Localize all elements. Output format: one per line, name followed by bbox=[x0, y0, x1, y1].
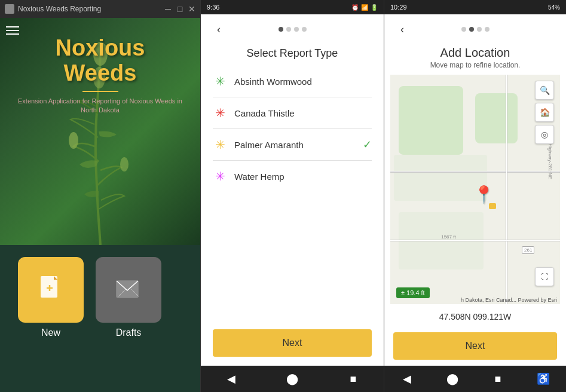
mobile-statusbar: 9:36 ⏰ 📶 🔋 bbox=[201, 0, 384, 14]
location-subtitle: Move map to refine location. bbox=[396, 61, 554, 69]
window-controls: ─ □ ✕ bbox=[164, 5, 195, 13]
map-area-2 bbox=[475, 93, 518, 143]
hamburger-menu[interactable] bbox=[6, 24, 19, 37]
zoom-in-button[interactable]: 🔍 bbox=[535, 81, 554, 100]
loc-dot-4 bbox=[485, 27, 489, 32]
android-recent-button[interactable]: ■ bbox=[341, 367, 365, 391]
location-statusbar-time: 10:29 bbox=[390, 4, 407, 11]
report-type-panel: 9:36 ⏰ 📶 🔋 ‹ Select Report Type ✳ Absint… bbox=[200, 0, 384, 392]
statusbar-time: 9:36 bbox=[207, 4, 219, 11]
alarm-icon: ⏰ bbox=[351, 4, 359, 11]
hero-title-line2: Weeds bbox=[0, 61, 200, 86]
page-dots bbox=[279, 27, 307, 32]
hero-title-line1: Noxious bbox=[0, 36, 200, 61]
hero-image: Noxious Weeds Extension Application for … bbox=[0, 18, 200, 245]
drafts-icon bbox=[114, 275, 143, 305]
location-android-accessibility[interactable]: ♿ bbox=[531, 367, 555, 391]
map-location-pin: 📍 bbox=[473, 185, 494, 204]
map-background: Highway-281·NE 261 1567 ft 📍 ± 19.4 ft h… bbox=[390, 75, 560, 304]
location-statusbar: 10:29 54% bbox=[384, 0, 566, 14]
loc-dot-1 bbox=[461, 27, 466, 32]
absinth-name: Absinth Wormwood bbox=[234, 76, 372, 87]
back-button[interactable]: ‹ bbox=[210, 20, 228, 38]
window-title: Noxious Weeds Reporting bbox=[18, 5, 164, 13]
report-next-button[interactable]: Next bbox=[213, 329, 372, 357]
android-back-button[interactable]: ◀ bbox=[219, 367, 243, 391]
app-actions: New Drafts bbox=[0, 245, 200, 350]
svg-point-3 bbox=[120, 157, 129, 172]
wifi-icon: 📶 bbox=[361, 4, 368, 11]
drafts-button[interactable]: Drafts bbox=[96, 257, 161, 338]
expand-map-button[interactable]: ⛶ bbox=[535, 267, 554, 286]
new-document-icon bbox=[38, 275, 65, 305]
home-button[interactable]: 🏠 bbox=[535, 103, 554, 122]
map-container[interactable]: Highway-281·NE 261 1567 ft 📍 ± 19.4 ft h… bbox=[390, 75, 560, 304]
app-content: Noxious Weeds Extension Application for … bbox=[0, 18, 200, 392]
new-label: New bbox=[41, 327, 60, 338]
window-titlebar: Noxious Weeds Reporting ─ □ ✕ bbox=[0, 0, 200, 18]
battery-icon: 🔋 bbox=[371, 4, 378, 11]
distance-label: 1567 ft bbox=[441, 234, 455, 240]
dot-3 bbox=[294, 27, 299, 32]
maximize-button[interactable]: □ bbox=[176, 5, 183, 13]
close-button[interactable]: ✕ bbox=[188, 5, 195, 13]
map-road-vertical bbox=[506, 75, 507, 304]
hero-divider bbox=[82, 91, 118, 92]
map-area-1 bbox=[399, 86, 463, 155]
report-item-absinth[interactable]: ✳ Absinth Wormwood bbox=[213, 66, 372, 97]
location-footer: Next bbox=[384, 326, 566, 366]
new-button[interactable]: New bbox=[18, 257, 84, 338]
location-android-home[interactable]: ⬤ bbox=[440, 367, 464, 391]
desktop-app-panel: Noxious Weeds Reporting ─ □ ✕ Noxious We… bbox=[0, 0, 200, 392]
palmer-name: Palmer Amaranth bbox=[234, 140, 356, 150]
report-item-waterhemp[interactable]: ✳ Water Hemp bbox=[213, 161, 372, 192]
new-icon-box bbox=[18, 257, 84, 323]
location-back-button[interactable]: ‹ bbox=[393, 20, 411, 38]
canada-name: Canada Thistle bbox=[234, 108, 372, 118]
map-yellow-marker bbox=[489, 203, 496, 209]
dot-2 bbox=[286, 27, 291, 32]
waterhemp-name: Water Hemp bbox=[234, 172, 372, 182]
loc-dot-2 bbox=[469, 27, 474, 32]
location-title: Add Location bbox=[396, 46, 554, 60]
report-item-palmer[interactable]: ✳ Palmer Amaranth ✓ bbox=[213, 129, 372, 161]
drafts-label: Drafts bbox=[116, 327, 142, 338]
report-panel-footer: Next bbox=[201, 320, 384, 366]
android-navbar: ◀ ⬤ ■ bbox=[201, 366, 384, 392]
statusbar-icons: ⏰ 📶 🔋 bbox=[351, 4, 378, 11]
location-nav: ‹ bbox=[384, 14, 566, 41]
accuracy-badge: ± 19.4 ft bbox=[396, 287, 430, 298]
location-next-button[interactable]: Next bbox=[393, 332, 557, 360]
svg-point-2 bbox=[69, 132, 78, 149]
map-road-horizontal bbox=[390, 171, 560, 173]
drafts-icon-box bbox=[96, 257, 161, 323]
hero-text: Noxious Weeds Extension Application for … bbox=[0, 36, 200, 115]
absinth-icon: ✳ bbox=[213, 74, 227, 88]
mobile-nav: ‹ bbox=[201, 14, 384, 41]
canada-icon: ✳ bbox=[213, 106, 227, 120]
check-icon: ✓ bbox=[363, 138, 372, 151]
location-page-dots bbox=[461, 27, 489, 32]
loc-dot-3 bbox=[477, 27, 482, 32]
location-button[interactable]: ◎ bbox=[535, 125, 554, 144]
location-android-back[interactable]: ◀ bbox=[395, 367, 419, 391]
palmer-icon: ✳ bbox=[213, 137, 227, 152]
location-header: Add Location Move map to refine location… bbox=[384, 41, 566, 72]
road-number-badge: 261 bbox=[522, 246, 534, 254]
report-item-canada[interactable]: ✳ Canada Thistle bbox=[213, 97, 372, 129]
highway-label: Highway-281·NE bbox=[547, 143, 553, 179]
report-type-title: Select Report Type bbox=[201, 41, 384, 66]
coordinates-display: 47.508N 099.121W bbox=[384, 307, 566, 326]
location-android-navbar: ◀ ⬤ ■ ♿ bbox=[384, 366, 566, 392]
location-battery-pct: 54% bbox=[548, 4, 560, 11]
minimize-button[interactable]: ─ bbox=[164, 5, 172, 13]
location-panel: 10:29 54% ‹ Add Location Move map to ref… bbox=[384, 0, 566, 392]
location-android-recent[interactable]: ■ bbox=[486, 367, 510, 391]
waterhemp-icon: ✳ bbox=[213, 169, 227, 183]
android-home-button[interactable]: ⬤ bbox=[280, 367, 304, 391]
dot-4 bbox=[302, 27, 307, 32]
location-statusbar-icons: 54% bbox=[548, 4, 560, 11]
map-road-h2 bbox=[390, 240, 560, 241]
dot-1 bbox=[279, 27, 283, 32]
map-attribution: h Dakota, Esri Canad... Powered by Esri bbox=[461, 297, 557, 303]
